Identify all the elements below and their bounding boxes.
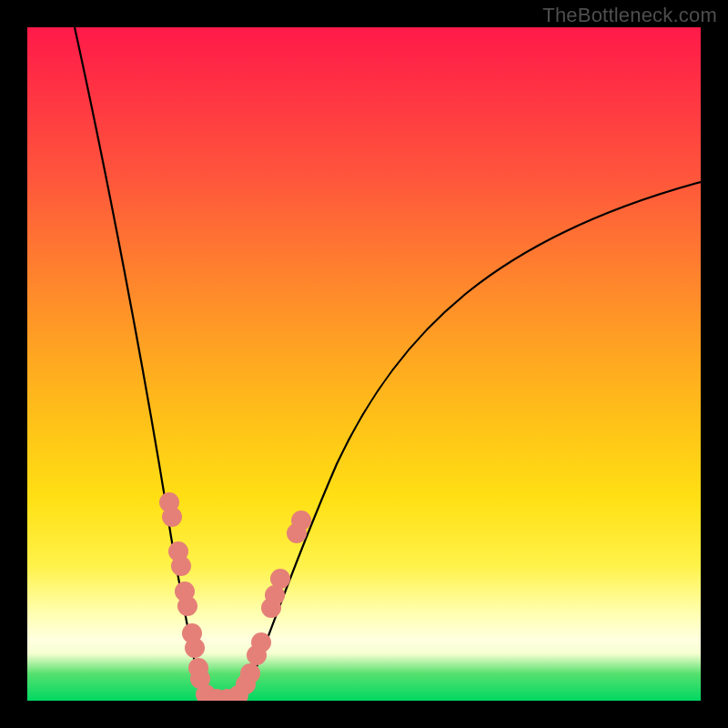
bead (270, 569, 290, 589)
bead (291, 511, 311, 531)
bead-group (159, 492, 311, 701)
watermark-text: TheBottleneck.com (542, 4, 717, 27)
curve-right-arm (243, 182, 701, 701)
bead (177, 596, 197, 616)
bead (251, 632, 271, 652)
chart-frame: TheBottleneck.com (0, 0, 728, 728)
chart-svg (27, 27, 701, 701)
bead (171, 556, 191, 576)
bead (240, 663, 260, 683)
plot-area (27, 27, 701, 701)
bead (162, 507, 182, 527)
bead (185, 638, 205, 658)
